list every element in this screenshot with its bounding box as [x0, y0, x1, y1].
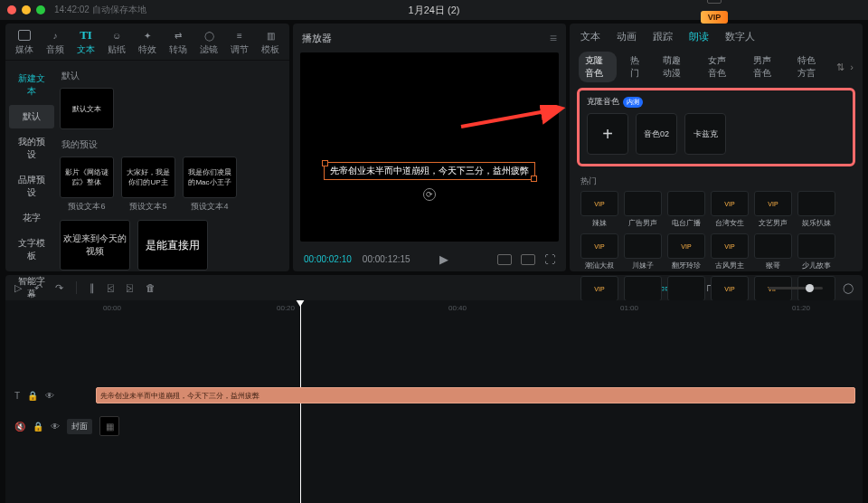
tab-media[interactable]: 媒体	[12, 29, 37, 56]
tab-filter[interactable]: ◯滤镜	[196, 29, 222, 56]
canvas-text-object[interactable]: 先帝创业未半而中道崩殂，今天下三分，益州疲弊	[324, 162, 535, 180]
fullscreen-icon[interactable]: ⛶	[544, 253, 555, 266]
document-title: 1月24日 (2)	[409, 4, 460, 17]
track-video[interactable]: 🔇 🔒 👁 封面 ▦	[5, 416, 863, 436]
clone-voice-2[interactable]: 音色02	[636, 113, 677, 155]
voice-item[interactable]: 广告男声	[624, 191, 662, 228]
play-button[interactable]: ▶	[439, 252, 448, 266]
ratio-icon[interactable]	[497, 254, 512, 265]
section-my-presets: 我的预设	[61, 138, 284, 151]
tab-template[interactable]: ▥模板	[258, 29, 283, 56]
player-viewport[interactable]: 先帝创业未半而中道崩殂，今天下三分，益州疲弊 ⟳	[300, 52, 559, 242]
cat-more-icon[interactable]: ›	[850, 62, 854, 72]
track-visible2-icon[interactable]: 👁	[51, 422, 60, 432]
tool-redo-icon[interactable]: ↷	[55, 282, 63, 294]
tab-sticker[interactable]: ☺贴纸	[104, 29, 129, 56]
main-row: 媒体 ♪音频 TI文本 ☺贴纸 ✦特效 ⇄转场 ◯滤镜 ≡调节 ▥模板 新建文本…	[0, 20, 868, 271]
voice-item[interactable]: 猴哥	[754, 233, 792, 270]
tab-audio[interactable]: ♪音频	[42, 29, 68, 56]
rtab-tts[interactable]: 朗读	[689, 30, 709, 43]
tile-preset-5[interactable]: 大家好，我是你们的UP主预设文本5	[121, 157, 175, 213]
tab-effects[interactable]: ✦特效	[135, 29, 160, 56]
compare-icon[interactable]	[521, 254, 535, 265]
voice-item[interactable]: 电台广播	[667, 191, 705, 228]
voice-item[interactable]: 少儿故事	[797, 233, 835, 270]
tab-transition[interactable]: ⇄转场	[165, 29, 191, 56]
track-visible-icon[interactable]: 👁	[45, 391, 54, 401]
track-lock2-icon[interactable]: 🔒	[33, 422, 43, 432]
tile-default-text[interactable]: 默认文本	[60, 88, 114, 129]
vip-badge[interactable]: VIP	[701, 11, 729, 24]
voice-item[interactable]: VIP古风男主	[711, 233, 749, 270]
clone-voice-highlight: 克隆音色 内测 + 音色02 卡兹克	[577, 88, 855, 166]
track-mute-icon[interactable]: 🔇	[14, 422, 25, 432]
tool-delete-icon[interactable]: 🗑	[146, 282, 156, 293]
sidenav-text-template[interactable]: 文字模板	[9, 232, 54, 268]
tile-preset-2[interactable]: 是能直接用预设文本2	[137, 220, 208, 271]
tile-preset-3[interactable]: 欢迎来到今天的视频预设文本3	[60, 220, 130, 271]
text-clip[interactable]: 先帝创业未半而中道崩殂，今天下三分，益州疲弊	[96, 387, 855, 403]
cat-hot[interactable]: 热门	[624, 52, 649, 82]
cat-clone[interactable]: 克隆音色	[579, 52, 617, 82]
voice-item[interactable]: VIP文艺男声	[754, 191, 792, 228]
section-default: 默认	[61, 70, 284, 82]
cat-anime[interactable]: 萌趣动漫	[656, 52, 694, 82]
voice-item[interactable]: 娱乐扒妹	[797, 191, 835, 228]
tool-pointer-icon[interactable]: ▷	[14, 282, 22, 294]
sidenav-my-presets[interactable]: 我的预设	[9, 130, 54, 166]
voice-item[interactable]: VIP翻牙玲珍	[667, 233, 705, 270]
sidenav-default[interactable]: 默认	[9, 105, 54, 128]
track-text[interactable]: T 🔒 👁 先帝创业未半而中道崩殂，今天下三分，益州疲弊	[5, 387, 863, 403]
cover-thumb[interactable]: ▦	[99, 416, 119, 436]
cat-female[interactable]: 女声音色	[702, 52, 740, 82]
player-panel: 播放器 ≡ 先帝创业未半而中道崩殂，今天下三分，益州疲弊 ⟳ 00:00:02:…	[293, 24, 566, 271]
tab-text[interactable]: TI文本	[73, 29, 99, 56]
section-hot: 热门	[580, 176, 852, 187]
clone-voice-3[interactable]: 卡兹克	[684, 113, 726, 155]
zoom-slider[interactable]	[769, 287, 823, 289]
cat-dialect[interactable]: 特色方言	[791, 52, 829, 82]
autosave-status: 14:42:02 自动保存本地	[54, 4, 146, 16]
tile-preset-4[interactable]: 我是你们凌晨的Mac小王子预设文本4	[183, 157, 237, 213]
tool-undo-icon[interactable]: ↶	[34, 282, 42, 294]
minimize-window-icon[interactable]	[22, 5, 31, 14]
clone-label: 克隆音色	[587, 96, 619, 108]
rtab-anim[interactable]: 动画	[617, 30, 637, 43]
cat-male[interactable]: 男声音色	[747, 52, 785, 82]
beta-pill: 内测	[623, 97, 643, 108]
sidenav-new-text[interactable]: 新建文本	[9, 67, 54, 103]
tile-preset-6[interactable]: 影片《网络谜踪》整体预设文本6	[60, 157, 114, 213]
add-clone-voice-button[interactable]: +	[587, 113, 628, 155]
voice-item[interactable]: VIP潮汕大叔	[580, 233, 618, 270]
tool-split-icon[interactable]: ∥	[90, 282, 95, 294]
track-type-text-icon: T	[14, 391, 20, 401]
sidenav-fancy-text[interactable]: 花字	[9, 206, 54, 230]
side-nav: 新建文本 默认 我的预设 品牌预设 花字 文字模板 智能字幕 识别歌词 本地字幕	[5, 61, 58, 271]
voice-item[interactable]: 川妹子	[624, 233, 662, 270]
voice-item[interactable]: VIP台湾女生	[711, 191, 749, 228]
rtab-avatar[interactable]: 数字人	[725, 30, 755, 43]
zoom-window-icon[interactable]	[36, 5, 45, 14]
shortcut-icon[interactable]	[707, 0, 722, 4]
timeline-ruler[interactable]: 00:00 00:20 00:40 01:00 01:20	[5, 300, 863, 318]
time-current: 00:00:02:10	[304, 254, 352, 264]
voice-item[interactable]: VIP辣妹	[580, 191, 618, 228]
close-window-icon[interactable]	[7, 5, 16, 14]
inspector-panel: 文本 动画 跟踪 朗读 数字人 克隆音色 热门 萌趣动漫 女声音色 男声音色 特…	[570, 24, 863, 271]
voice-row-1: VIP辣妹 广告男声 电台广播 VIP台湾女生 VIP文艺男声 娱乐扒妹	[580, 191, 852, 228]
time-total: 00:00:12:15	[363, 254, 410, 264]
tool-splitleft-icon[interactable]: ⍃	[108, 282, 114, 293]
rotate-handle-icon[interactable]: ⟳	[423, 188, 436, 201]
rtab-track[interactable]: 跟踪	[653, 30, 673, 43]
tool-splitright-icon[interactable]: ⍄	[127, 282, 133, 293]
window-traffic-lights[interactable]	[7, 5, 45, 14]
sidenav-brand-presets[interactable]: 品牌预设	[9, 168, 54, 204]
cover-label[interactable]: 封面	[67, 419, 92, 434]
track-lock-icon[interactable]: 🔒	[27, 391, 38, 401]
rtab-text[interactable]: 文本	[580, 30, 600, 43]
tab-adjust[interactable]: ≡调节	[227, 29, 252, 56]
cat-sort-icon[interactable]: ⇅	[836, 62, 844, 73]
timeline[interactable]: 00:00 00:20 00:40 01:00 01:20 T 🔒 👁 先帝创业…	[5, 300, 863, 503]
player-menu-icon[interactable]: ≡	[550, 31, 557, 45]
player-title: 播放器	[302, 32, 332, 45]
